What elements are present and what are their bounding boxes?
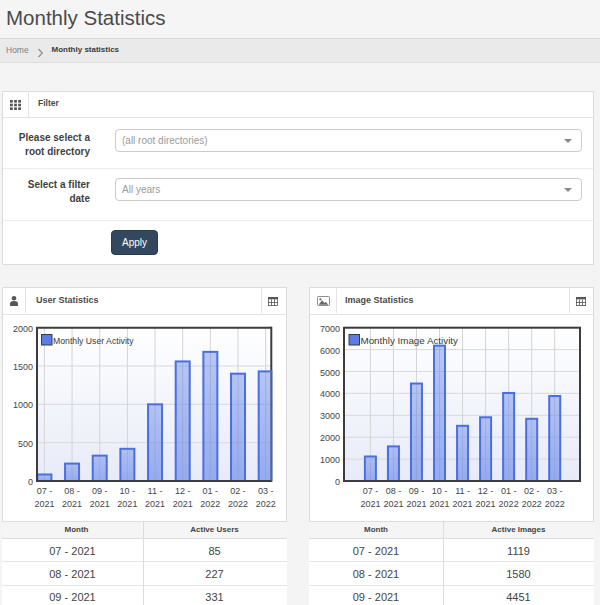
svg-text:01 -: 01 - (203, 486, 219, 496)
svg-text:03 -: 03 - (258, 486, 274, 496)
svg-text:09 -: 09 - (92, 486, 108, 496)
svg-text:1000: 1000 (320, 455, 340, 465)
svg-text:2021: 2021 (90, 499, 110, 509)
svg-text:2021: 2021 (145, 499, 165, 509)
svg-text:4000: 4000 (320, 389, 340, 399)
svg-text:2021: 2021 (173, 499, 193, 509)
svg-text:2022: 2022 (200, 499, 220, 509)
svg-text:2021: 2021 (430, 499, 450, 509)
svg-text:5000: 5000 (320, 368, 340, 378)
svg-text:11 -: 11 - (148, 486, 163, 496)
svg-text:08 -: 08 - (64, 486, 80, 496)
svg-text:1500: 1500 (13, 362, 33, 372)
svg-text:Monthly Image Activity: Monthly Image Activity (361, 335, 459, 346)
svg-text:2021: 2021 (62, 499, 82, 509)
svg-text:2021: 2021 (406, 499, 426, 509)
svg-text:7000: 7000 (320, 324, 340, 334)
svg-text:Monthly User Activity: Monthly User Activity (53, 336, 134, 346)
svg-text:09 -: 09 - (409, 486, 425, 496)
svg-text:2021: 2021 (117, 499, 137, 509)
svg-text:01 -: 01 - (501, 486, 517, 496)
svg-text:12 -: 12 - (175, 486, 191, 496)
svg-text:10 -: 10 - (120, 486, 136, 496)
svg-text:2021: 2021 (360, 499, 380, 509)
svg-text:2000: 2000 (13, 324, 33, 334)
svg-text:11 -: 11 - (455, 486, 470, 496)
svg-text:08 -: 08 - (386, 486, 402, 496)
svg-text:12 -: 12 - (478, 486, 494, 496)
svg-text:2021: 2021 (383, 499, 403, 509)
svg-text:07 -: 07 - (37, 486, 53, 496)
svg-text:2021: 2021 (453, 499, 473, 509)
svg-text:2022: 2022 (499, 499, 519, 509)
svg-text:2022: 2022 (228, 499, 248, 509)
svg-text:2021: 2021 (34, 499, 54, 509)
svg-text:2022: 2022 (256, 499, 276, 509)
svg-text:0: 0 (28, 477, 33, 487)
svg-text:2022: 2022 (545, 499, 565, 509)
svg-text:07 -: 07 - (363, 486, 379, 496)
svg-text:03 -: 03 - (547, 486, 563, 496)
svg-text:2022: 2022 (522, 499, 542, 509)
svg-text:10 -: 10 - (432, 486, 448, 496)
svg-text:1000: 1000 (13, 400, 33, 410)
svg-text:3000: 3000 (320, 411, 340, 421)
svg-text:500: 500 (18, 439, 33, 449)
svg-text:2000: 2000 (320, 433, 340, 443)
svg-text:0: 0 (335, 477, 340, 487)
svg-text:02 -: 02 - (230, 486, 246, 496)
svg-text:2021: 2021 (476, 499, 496, 509)
svg-text:6000: 6000 (320, 346, 340, 356)
svg-text:02 -: 02 - (524, 486, 540, 496)
